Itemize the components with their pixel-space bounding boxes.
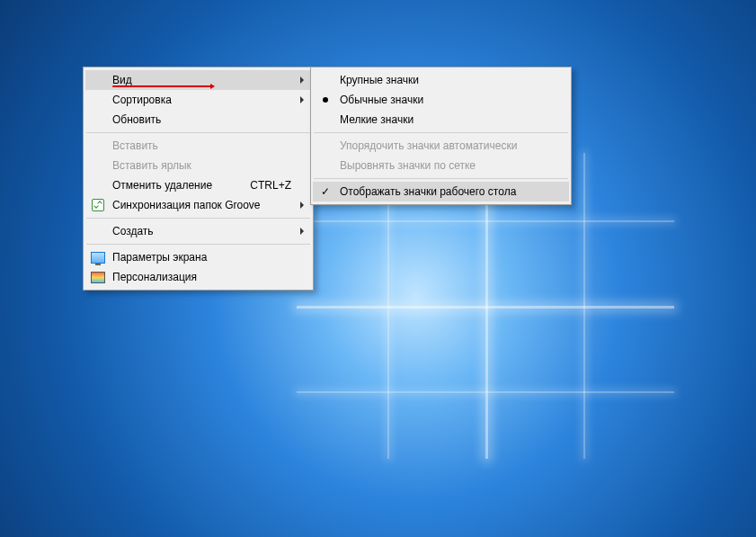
menu-item-label: Вид	[112, 74, 291, 86]
menu-item-label: Вставить ярлык	[112, 159, 291, 172]
menu-item-paste: Вставить	[85, 136, 311, 156]
groove-sync-icon	[91, 198, 105, 212]
desktop-context-menu: Вид Сортировка Обновить Вставить Вставит…	[83, 67, 314, 291]
menu-item-label: Персонализация	[112, 271, 291, 283]
submenu-arrow-icon	[300, 201, 304, 209]
menu-item-label: Сортировка	[112, 94, 291, 106]
menu-item-label: Обычные значки	[340, 94, 549, 106]
menu-item-shortcut: CTRL+Z	[250, 179, 291, 192]
menu-item-display-settings[interactable]: Параметры экрана	[85, 247, 311, 267]
menu-item-view[interactable]: Вид	[85, 70, 311, 90]
menu-item-label: Вставить	[112, 139, 291, 152]
checkmark-icon: ✓	[318, 184, 333, 199]
menu-item-personalize[interactable]: Персонализация	[85, 267, 311, 287]
submenu-item-medium-icons[interactable]: Обычные значки	[313, 90, 569, 110]
menu-item-label: Упорядочить значки автоматически	[340, 139, 549, 152]
menu-item-sort[interactable]: Сортировка	[85, 90, 311, 110]
menu-item-undo-delete[interactable]: Отменить удаление CTRL+Z	[85, 175, 311, 195]
radio-selected-icon	[318, 93, 333, 107]
menu-item-label: Отменить удаление	[112, 179, 239, 192]
submenu-arrow-icon	[300, 76, 304, 84]
desktop-background[interactable]: Вид Сортировка Обновить Вставить Вставит…	[0, 0, 756, 537]
menu-item-label: Мелкие значки	[340, 113, 549, 126]
menu-item-label: Обновить	[112, 113, 291, 126]
menu-item-paste-shortcut: Вставить ярлык	[85, 156, 311, 175]
menu-separator	[86, 218, 310, 219]
annotation-underline	[112, 85, 212, 87]
menu-item-label: Выровнять значки по сетке	[340, 159, 549, 172]
menu-item-groove-sync[interactable]: Синхронизация папок Groove	[85, 195, 311, 215]
menu-separator	[86, 244, 310, 245]
submenu-item-align-grid[interactable]: Выровнять значки по сетке	[313, 156, 569, 175]
menu-item-refresh[interactable]: Обновить	[85, 110, 311, 130]
personalize-icon	[91, 270, 105, 284]
menu-item-label: Параметры экрана	[112, 251, 291, 264]
menu-item-label: Отображать значки рабочего стола	[340, 185, 549, 198]
submenu-item-auto-arrange[interactable]: Упорядочить значки автоматически	[313, 136, 569, 156]
display-settings-icon	[91, 250, 105, 264]
menu-separator	[314, 132, 568, 133]
menu-item-new[interactable]: Создать	[85, 221, 311, 241]
menu-item-label: Синхронизация папок Groove	[112, 199, 291, 211]
menu-separator	[86, 132, 310, 133]
view-submenu: Крупные значки Обычные значки Мелкие зна…	[310, 67, 572, 205]
menu-separator	[314, 178, 568, 179]
submenu-arrow-icon	[300, 228, 304, 235]
menu-item-label: Создать	[112, 225, 291, 237]
submenu-item-large-icons[interactable]: Крупные значки	[313, 70, 569, 90]
menu-item-label: Крупные значки	[340, 74, 549, 86]
submenu-item-small-icons[interactable]: Мелкие значки	[313, 110, 569, 130]
submenu-arrow-icon	[300, 96, 304, 103]
submenu-item-show-desktop-icons[interactable]: ✓ Отображать значки рабочего стола	[313, 182, 569, 201]
